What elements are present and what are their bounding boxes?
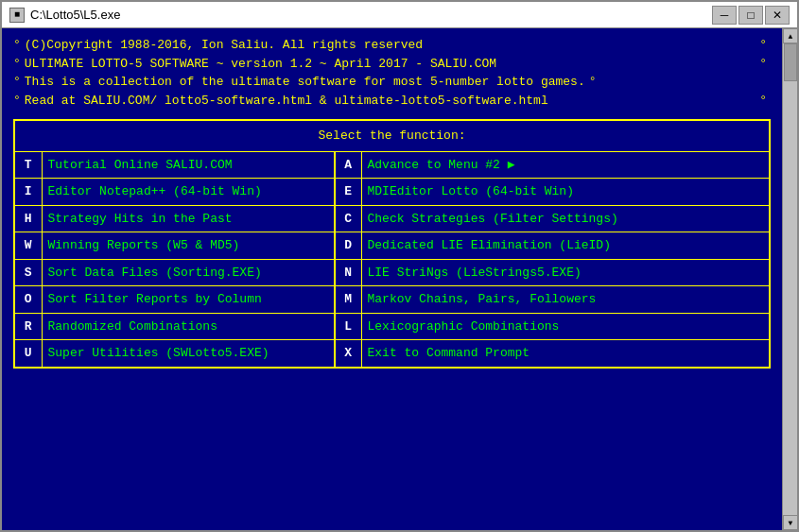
menu-label-right[interactable]: Lexicographic Combinations xyxy=(361,313,769,340)
menu-table: T Tutorial Online SALIU.COM A Advance to… xyxy=(15,152,769,367)
menu-label-right[interactable]: Check Strategies (Filter Settings) xyxy=(361,205,769,232)
main-window: ■ C:\Lotto5\L5.exe ─ □ ✕ ° (C)Copyright … xyxy=(0,0,799,532)
maximize-button[interactable]: □ xyxy=(738,6,763,25)
menu-row[interactable]: W Winning Reports (W5 & MD5) D Dedicated… xyxy=(15,232,769,260)
menu-key-right[interactable]: M xyxy=(335,286,361,314)
menu-key-left[interactable]: I xyxy=(15,179,42,206)
menu-key-right[interactable]: N xyxy=(335,259,361,286)
menu-key-left[interactable]: W xyxy=(15,232,42,260)
header-text1: (C)Copyright 1988-2016, Ion Saliu. All r… xyxy=(25,36,423,55)
menu-key-left[interactable]: T xyxy=(15,152,42,179)
window-content: ° (C)Copyright 1988-2016, Ion Saliu. All… xyxy=(2,28,797,530)
titlebar: ■ C:\Lotto5\L5.exe ─ □ ✕ xyxy=(2,2,797,28)
menu-label-left[interactable]: Sort Data Files (Sorting.EXE) xyxy=(42,259,335,286)
minimize-button[interactable]: ─ xyxy=(712,6,737,25)
menu-label-left[interactable]: Sort Filter Reports by Column xyxy=(42,286,335,314)
menu-label-left[interactable]: Strategy Hits in the Past xyxy=(42,205,335,232)
menu-row[interactable]: T Tutorial Online SALIU.COM A Advance to… xyxy=(15,152,769,179)
menu-row[interactable]: U Super Utilities (SWLotto5.EXE) X Exit … xyxy=(15,340,769,367)
menu-key-right[interactable]: C xyxy=(335,205,361,232)
menu-label-left[interactable]: Editor Notepad++ (64-bit Win) xyxy=(42,179,335,206)
menu-container: Select the function: T Tutorial Online S… xyxy=(13,119,771,369)
menu-key-left[interactable]: H xyxy=(15,205,42,232)
menu-row[interactable]: R Randomized Combinations L Lexicographi… xyxy=(15,313,769,340)
menu-label-right[interactable]: Dedicated LIE Elimination (LieID) xyxy=(361,232,769,260)
menu-label-left[interactable]: Tutorial Online SALIU.COM xyxy=(42,152,335,179)
menu-row[interactable]: S Sort Data Files (Sorting.EXE) N LIE St… xyxy=(15,259,769,286)
close-button[interactable]: ✕ xyxy=(765,6,790,25)
menu-label-right[interactable]: Exit to Command Prompt xyxy=(361,340,769,367)
menu-label-left[interactable]: Super Utilities (SWLotto5.EXE) xyxy=(42,340,335,367)
menu-key-right[interactable]: A xyxy=(335,152,361,179)
titlebar-left: ■ C:\Lotto5\L5.exe xyxy=(9,8,120,23)
header-line3: ° This is a collection of the ultimate s… xyxy=(13,73,771,92)
scroll-track xyxy=(783,43,797,515)
scroll-down-button[interactable]: ▼ xyxy=(783,515,797,530)
menu-key-left[interactable]: R xyxy=(15,313,42,340)
scroll-thumb[interactable] xyxy=(784,43,797,81)
menu-row[interactable]: H Strategy Hits in the Past C Check Stra… xyxy=(15,205,769,232)
main-area: ° (C)Copyright 1988-2016, Ion Saliu. All… xyxy=(2,28,782,530)
scroll-up-button[interactable]: ▲ xyxy=(783,28,797,43)
menu-title: Select the function: xyxy=(15,121,769,152)
menu-key-left[interactable]: O xyxy=(15,286,42,314)
menu-label-left[interactable]: Winning Reports (W5 & MD5) xyxy=(42,232,335,260)
menu-row[interactable]: I Editor Notepad++ (64-bit Win) E MDIEdi… xyxy=(15,179,769,206)
menu-key-left[interactable]: U xyxy=(15,340,42,367)
header-line1: ° (C)Copyright 1988-2016, Ion Saliu. All… xyxy=(13,36,771,55)
menu-label-left[interactable]: Randomized Combinations xyxy=(42,313,335,340)
menu-key-right[interactable]: D xyxy=(335,232,361,260)
header-section: ° (C)Copyright 1988-2016, Ion Saliu. All… xyxy=(13,36,771,110)
menu-key-right[interactable]: E xyxy=(335,179,361,206)
menu-key-right[interactable]: X xyxy=(335,340,361,367)
header-text3: This is a collection of the ultimate sof… xyxy=(25,73,585,92)
header-text4: Read at SALIU.COM/ lotto5-software.html … xyxy=(25,92,548,111)
menu-label-right[interactable]: Advance to Menu #2 ▶ xyxy=(361,152,769,179)
menu-label-right[interactable]: LIE StriNgs (LieStrings5.EXE) xyxy=(361,259,769,286)
window-title: C:\Lotto5\L5.exe xyxy=(30,8,120,22)
window-icon: ■ xyxy=(9,8,25,23)
header-line2: ° ULTIMATE LOTTO-5 SOFTWARE ~ version 1.… xyxy=(13,55,771,74)
titlebar-controls: ─ □ ✕ xyxy=(712,6,790,25)
header-text2: ULTIMATE LOTTO-5 SOFTWARE ~ version 1.2 … xyxy=(25,55,496,74)
scrollbar[interactable]: ▲ ▼ xyxy=(782,28,797,530)
menu-label-right[interactable]: Markov Chains, Pairs, Followers xyxy=(361,286,769,314)
menu-key-left[interactable]: S xyxy=(15,259,42,286)
menu-key-right[interactable]: L xyxy=(335,313,361,340)
header-line4: ° Read at SALIU.COM/ lotto5-software.htm… xyxy=(13,92,771,111)
menu-row[interactable]: O Sort Filter Reports by Column M Markov… xyxy=(15,286,769,314)
menu-label-right[interactable]: MDIEditor Lotto (64-bit Win) xyxy=(361,179,769,206)
